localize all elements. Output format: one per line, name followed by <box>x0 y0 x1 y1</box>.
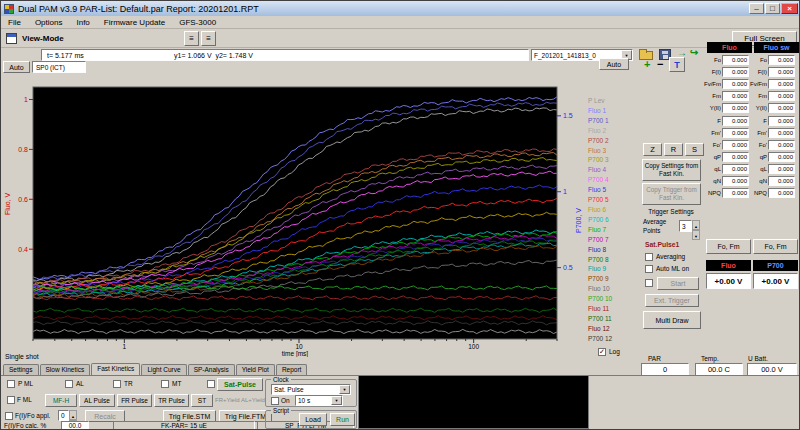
tab-slow-kinetics[interactable]: Slow Kinetics <box>40 364 91 375</box>
maximize-button[interactable]: □ <box>765 3 780 14</box>
clock-on-checkbox[interactable] <box>271 397 279 405</box>
redo-arrow-icon[interactable] <box>690 48 698 58</box>
legend-p700-2[interactable]: P700 2 <box>588 136 636 146</box>
title-bar[interactable]: Dual PAM v3.9 PAR-List: Default.par Repo… <box>1 1 800 16</box>
tab-report[interactable]: Report <box>276 364 308 375</box>
chevron-down-icon[interactable] <box>339 385 350 394</box>
legend-fluo-4[interactable]: Fluo 4 <box>588 165 636 175</box>
spin-up-icon[interactable] <box>69 410 77 420</box>
check-tr[interactable] <box>113 380 121 388</box>
legend-p700-10[interactable]: P700 10 <box>588 294 636 304</box>
legend-fluo-2[interactable]: Fluo 2 <box>588 126 636 136</box>
tr-pulse-button[interactable]: TR Pulse <box>154 394 189 407</box>
fr-pulse-button[interactable]: FR Pulse <box>117 394 152 407</box>
zoom-in-icon[interactable]: + <box>644 58 650 70</box>
view-mode-toolbar <box>1 29 800 48</box>
tab-light-curve[interactable]: Light Curve <box>141 364 186 375</box>
chevron-down-icon[interactable] <box>331 396 342 405</box>
copy-settings-button[interactable]: Copy Settings from Fast Kin. <box>642 159 701 181</box>
legend-p700-7[interactable]: P700 7 <box>588 235 636 245</box>
legend-p-lev[interactable]: P Lev <box>588 96 636 106</box>
fifo-appl-checkbox[interactable] <box>5 412 13 420</box>
legend-fluo-1[interactable]: Fluo 1 <box>588 106 636 116</box>
value-row: F(I)0.000F(I)0.000 <box>704 66 800 78</box>
clock-interval-dropdown[interactable]: 10 s <box>295 395 343 406</box>
auto-ml-checkbox[interactable] <box>645 265 653 273</box>
legend-p700-12[interactable]: P700 12 <box>588 334 636 344</box>
script-load-button[interactable]: Load <box>299 413 327 426</box>
script-run-button[interactable]: Run <box>330 413 355 426</box>
tab-fast-kinetics[interactable]: Fast Kinetics <box>91 363 140 375</box>
legend-fluo-6[interactable]: Fluo 6 <box>588 205 636 215</box>
legend-fluo-9[interactable]: Fluo 9 <box>588 264 636 274</box>
s-button[interactable]: S <box>685 143 704 156</box>
legend-fluo-12[interactable]: Fluo 12 <box>588 324 636 334</box>
legend-fluo-5[interactable]: Fluo 5 <box>588 185 636 195</box>
value-row: Y(II)0.000Y(II)0.000 <box>704 102 800 114</box>
chart-svg[interactable]: 10.80.60.41.510.5110100time [ms] <box>1 75 637 357</box>
check-mt[interactable] <box>161 380 169 388</box>
fluosw-column-header: Fluo sw <box>754 42 799 53</box>
legend-p700-9[interactable]: P700 9 <box>588 274 636 284</box>
r-button[interactable]: R <box>664 143 683 156</box>
legend-p700-8[interactable]: P700 8 <box>588 255 636 265</box>
legend-p700-3[interactable]: P700 3 <box>588 155 636 165</box>
zoom-out-icon[interactable]: − <box>657 58 663 70</box>
copy-trigger-button: Copy Trigger from Fast Kin. <box>642 183 701 205</box>
spin-down-icon[interactable] <box>692 230 700 240</box>
fluo-row-label: Fm <box>704 93 722 99</box>
menu-firmware-update[interactable]: Firmware Update <box>97 18 172 27</box>
legend-p700-1[interactable]: P700 1 <box>588 116 636 126</box>
log-label: Log <box>609 348 620 355</box>
check-al[interactable] <box>65 380 73 388</box>
t-button[interactable]: T <box>669 57 685 72</box>
auto-scale-left-button[interactable]: Auto <box>3 61 30 73</box>
legend-p700-4[interactable]: P700 4 <box>588 175 636 185</box>
start-checkbox[interactable] <box>645 279 653 287</box>
menu-options[interactable]: Options <box>28 18 70 27</box>
f-ml-checkbox[interactable] <box>7 396 15 404</box>
single-shot-label: Single shot <box>1 353 589 363</box>
legend-fluo-7[interactable]: Fluo 7 <box>588 225 636 235</box>
legend-fluo-11[interactable]: Fluo 11 <box>588 304 636 314</box>
menu-file[interactable]: File <box>1 18 28 27</box>
multi-draw-button[interactable]: Multi Draw <box>643 311 701 329</box>
fo-fm-button-left[interactable]: Fo, Fm <box>706 239 751 254</box>
graph-layout-1-icon[interactable] <box>184 31 199 46</box>
minimize-button[interactable]: – <box>749 3 764 14</box>
st-button[interactable]: ST <box>191 394 213 407</box>
legend-fluo-3[interactable]: Fluo 3 <box>588 146 636 156</box>
fluosw-row-value: 0.000 <box>768 67 795 77</box>
legend-fluo-8[interactable]: Fluo 8 <box>588 245 636 255</box>
check-p-ml[interactable] <box>7 380 15 388</box>
tab-sp-analysis[interactable]: SP-Analysis <box>188 364 235 375</box>
spin-up-icon[interactable] <box>692 220 700 230</box>
al-pulse-button[interactable]: AL Pulse <box>79 394 115 407</box>
legend-fluo-10[interactable]: Fluo 10 <box>588 284 636 294</box>
fluo-row-value: 0.000 <box>722 116 749 126</box>
close-button[interactable]: × <box>781 3 798 14</box>
legend-p700-11[interactable]: P700 11 <box>588 314 636 324</box>
svg-text:10: 10 <box>295 343 303 350</box>
fifo-spinner[interactable]: 0 <box>58 410 77 421</box>
graph-layout-2-icon[interactable] <box>201 31 216 46</box>
fluo-row-label: Fo' <box>704 142 722 148</box>
legend-p700-6[interactable]: P700 6 <box>588 215 636 225</box>
log-checkbox[interactable] <box>598 348 606 356</box>
averaging-checkbox[interactable] <box>645 253 653 261</box>
fo-fm-button-right[interactable]: Fo, Fm <box>753 239 798 254</box>
mf-h-button[interactable]: MF-H <box>45 394 77 407</box>
fluo-row-value: 0.000 <box>722 140 749 150</box>
fluosw-row-value: 0.000 <box>768 140 795 150</box>
clock-mode-dropdown[interactable]: Sat. Pulse <box>271 384 351 395</box>
sat-pulse-button[interactable]: Sat-Pulse <box>217 378 263 391</box>
auto-scale-right-button[interactable]: Auto <box>599 58 629 70</box>
average-points-spinner[interactable]: 3 <box>679 220 700 232</box>
tab-yield-plot[interactable]: Yield Plot <box>236 364 275 375</box>
legend-p700-5[interactable]: P700 5 <box>588 195 636 205</box>
tab-settings[interactable]: Settings <box>3 364 39 375</box>
z-button[interactable]: Z <box>643 143 662 156</box>
menu-info[interactable]: Info <box>69 18 96 27</box>
menu-gfs-3000[interactable]: GFS-3000 <box>172 18 223 27</box>
sat-pulse-checkbox[interactable] <box>207 380 215 388</box>
